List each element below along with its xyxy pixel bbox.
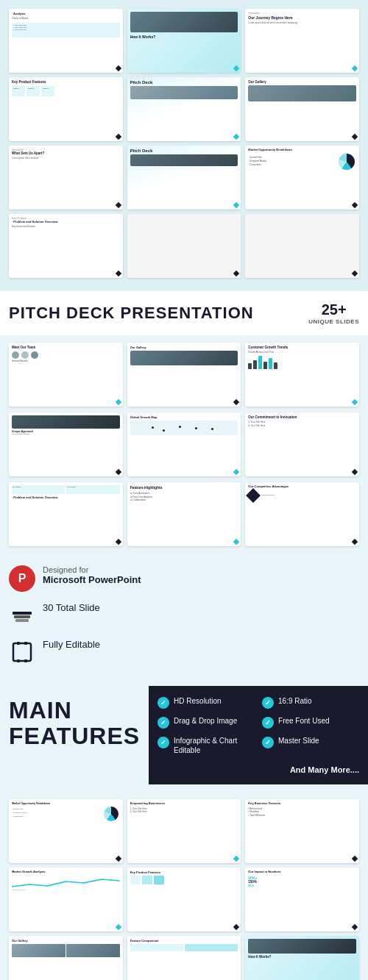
main-features-heading-line2: FEATURES [9,723,140,749]
slides-count: 25+ [308,301,359,318]
slide-thumb-our-journey[interactable]: Introduction Our Journey Begins Here Lor… [245,9,359,73]
feature-font-label: Free Font Used [278,716,329,726]
slide-label-commitment: Our Commitment to Innovation [248,415,356,419]
slide-bottom-row-2: Market Growth Analysis Trends in Market … [9,868,359,931]
slide-mid-row-3: Key Problem Key Solution · Problem and S… [9,482,359,546]
slide-label-market-growth: Market Growth Analysis [12,870,120,874]
slide-diamond-key-business [352,856,358,862]
slide-thumb-our-gallery-2[interactable]: Our Gallery [127,343,241,407]
slide-diamond-blank-1 [233,271,239,276]
slide-diamond-meet-team [115,399,121,405]
slide-diamond-key-product [115,134,121,140]
slide-thumb-market-growth[interactable]: Market Growth Analysis Trends in Market [9,868,123,931]
slide-thumb-customer-growth[interactable]: Customer Growth Trends Growth Metrics Ov… [245,343,359,407]
slide-label-our-impact: Our Impact in Numbers [248,870,356,874]
slide-thumb-what-sets[interactable]: Introduction What Sets Us Apart? Lorem i… [9,146,123,210]
editable-label: Fully Editable [43,639,100,650]
svg-rect-0 [13,612,32,615]
slide-label-market-opp-2: Market Opportunity Breakdown [12,802,120,805]
slide-label-key-product-2: Key Product Features [130,870,238,874]
feature-total-slides: 30 Total Slide [9,602,359,629]
slide-thumb-feature-highlights[interactable]: Feature Highlights ⊕ Drive Automation ⊕ … [127,482,241,546]
top-preview-section: · Analysis Trends in Market • Your Title… [0,0,368,291]
slide-diamond-gallery-2 [233,399,239,405]
slide-thumb-key-business[interactable]: Key Business Features • Achievement• Ste… [245,799,359,863]
slide-diamond-feature-highlights [233,539,239,545]
slide-diamond-commitment [352,469,358,475]
slide-thumb-empowering[interactable]: Empowering Businesses 1. Your Title Here… [127,799,241,863]
slide-thumb-global-growth[interactable]: Global Growth Map [127,412,241,476]
slide-diamond-pitch-2 [233,202,239,208]
slide-label-our-gallery-2: Our Gallery [130,346,238,349]
features-section: P Designed for Microsoft PowerPoint 30 T… [0,559,368,686]
feature-ratio-label: 16:9 Ratio [278,696,312,706]
slide-thumb-competitive[interactable]: Our Competitive Advantages Knowledge Bas… [245,482,359,546]
slide-diamond-problem-1 [115,271,121,276]
slide-mid-row-1: Meet Our Team Hannah Morales Our Gallery… [9,343,359,407]
slide-mid-row-2: Unique Approach Focused and Effective Gl… [9,412,359,476]
slide-thumb-key-product[interactable]: Key Product Features Feature 1 Feature 2… [9,77,123,141]
main-features-title-block: MAIN FEATURES [0,686,149,784]
slide-label-global-growth: Global Growth Map [130,415,238,419]
slide-row-3: Introduction What Sets Us Apart? Lorem i… [9,146,359,210]
feature-drag-drop: Drag & Drop Image [158,716,255,729]
slide-bottom-row-3: Our Gallery Feature Comparison [9,936,359,980]
feature-hd-label: HD Resolution [174,696,221,706]
layers-icon [9,602,35,629]
slide-label-competitive: Our Competitive Advantages [248,485,356,489]
check-font [262,717,274,729]
slide-thumb-blank-1[interactable] [127,214,241,278]
slide-row-4: Key Problem · Problem and Solution Overv… [9,214,359,278]
slide-thumb-problem-solution-1[interactable]: Key Problem · Problem and Solution Overv… [9,214,123,278]
slide-label-pitch-deck-1: Pitch Deck [130,80,238,85]
slide-diamond-what-sets [115,202,121,208]
slide-label-meet-team: Meet Our Team [12,346,120,349]
slide-thumb-pitch-deck-1[interactable]: Pitch Deck [127,77,241,141]
feature-free-font: Free Font Used [262,716,359,729]
svg-rect-2 [15,619,29,622]
slide-thumb-our-gallery-3[interactable]: Our Gallery [9,936,123,980]
slide-label-pitch-deck-2: Pitch Deck [130,149,238,153]
slide-thumb-analysis[interactable]: · Analysis Trends in Market • Your Title… [9,9,123,73]
slide-thumb-key-product-2[interactable]: Key Product Features [127,868,241,931]
feature-hd-resolution: HD Resolution [158,696,255,709]
slide-thumb-blank-2[interactable] [245,214,359,278]
frame-icon [9,639,35,665]
slide-thumb-how-it-works-2[interactable]: How It Works? [245,936,359,980]
main-features-heading-line1: MAIN [9,698,140,723]
slide-thumb-feature-comparison[interactable]: Feature Comparison [127,936,241,980]
slide-thumb-problem-2[interactable]: Key Problem Key Solution · Problem and S… [9,482,123,546]
check-drag [158,717,169,729]
slide-thumb-market-opp-1[interactable]: Market Opportunity Breakdown · Growth Ra… [245,146,359,210]
slide-label-what-sets: What Sets Us Apart? [12,151,120,155]
slide-label-problem-1: · Problem and Solution Overview [12,220,120,223]
title-section: PITCH DECK PRESENTATION 25+ UNIQUE SLIDE… [0,291,368,335]
feature-master-slide: Master Slide [262,736,359,755]
total-slides-label: 30 Total Slide [43,602,100,613]
slide-diamond-empowering [233,856,239,862]
slide-thumb-market-opp-2[interactable]: Market Opportunity Breakdown · Growth Ra… [9,799,123,863]
powerpoint-label: Microsoft PowerPoint [43,574,141,585]
main-title: PITCH DECK PRESENTATION [9,304,254,323]
slide-diamond-market-opp-1 [352,202,358,208]
slide-thumb-commitment[interactable]: Our Commitment to Innovation 1. Your Tit… [245,412,359,476]
slide-thumb-pitch-deck-2[interactable]: Pitch Deck [127,146,241,210]
slides-label: UNIQUE SLIDES [308,318,359,325]
slide-label-problem-2: · Problem and Solution Overview [12,496,120,499]
svg-rect-6 [17,659,20,662]
check-master [262,737,274,748]
slide-thumb-unique-approach[interactable]: Unique Approach Focused and Effective [9,412,123,476]
slide-thumb-how-it-works[interactable]: How It Works? [127,9,241,73]
feature-infographic-label: Infographic & Chart Editable [174,736,255,755]
slide-row-2: Key Product Features Feature 1 Feature 2… [9,77,359,141]
check-infographic [158,737,169,748]
mid-section: Meet Our Team Hannah Morales Our Gallery… [0,335,368,559]
slide-row-1: · Analysis Trends in Market • Your Title… [9,9,359,73]
slide-thumb-our-gallery-1[interactable]: Our Gallery [245,77,359,141]
feature-drag-label: Drag & Drop Image [174,716,237,726]
check-hd [158,697,169,709]
slide-thumb-our-impact[interactable]: Our Impact in Numbers 10K+ 150% 95% [245,868,359,931]
slide-thumb-meet-team[interactable]: Meet Our Team Hannah Morales [9,343,123,407]
slide-diamond-market-2 [115,856,121,862]
svg-rect-1 [14,615,30,618]
